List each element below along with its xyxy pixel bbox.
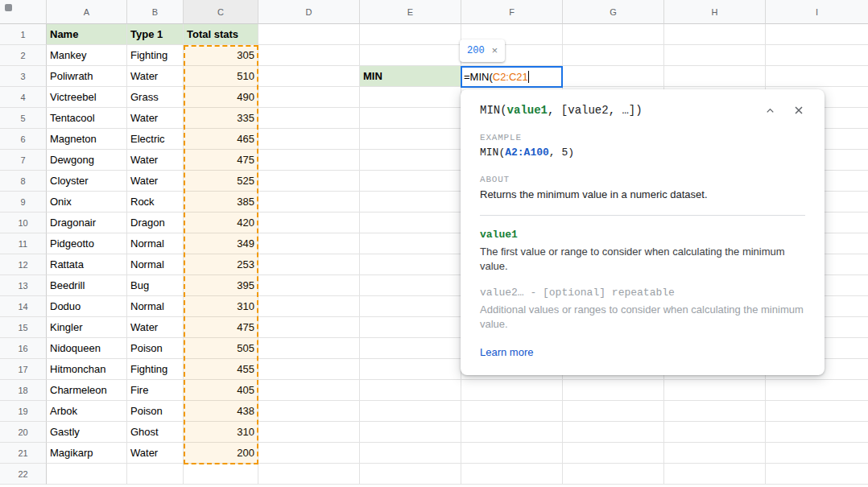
cell-D20[interactable]	[258, 422, 360, 443]
cell-E5[interactable]	[360, 108, 461, 129]
cell-A13[interactable]: Beedrill	[47, 275, 127, 296]
cell-C22[interactable]	[184, 464, 258, 485]
row-header-15[interactable]: 15	[0, 317, 47, 338]
cell-B7[interactable]: Water	[127, 150, 184, 171]
row-header-19[interactable]: 19	[0, 401, 47, 422]
cell-C5[interactable]: 335	[184, 108, 258, 129]
cell-C21[interactable]: 200	[184, 443, 258, 464]
cell-A4[interactable]: Victreebel	[47, 87, 127, 108]
cell-E12[interactable]	[360, 254, 461, 275]
cell-G1[interactable]	[563, 24, 664, 45]
cell-B19[interactable]: Poison	[127, 401, 184, 422]
column-header-I[interactable]: I	[766, 0, 868, 24]
cell-A16[interactable]: Nidoqueen	[47, 338, 127, 359]
cell-A11[interactable]: Pidgeotto	[47, 233, 127, 254]
cell-A3[interactable]: Poliwrath	[47, 66, 127, 87]
cell-F19[interactable]	[461, 401, 563, 422]
cell-H21[interactable]	[664, 443, 766, 464]
cell-B4[interactable]: Grass	[127, 87, 184, 108]
cell-E20[interactable]	[360, 422, 461, 443]
cell-F20[interactable]	[461, 422, 563, 443]
cell-D2[interactable]	[258, 45, 360, 66]
cell-F21[interactable]	[461, 443, 563, 464]
cell-E7[interactable]	[360, 150, 461, 171]
cell-I20[interactable]	[766, 422, 868, 443]
cell-B18[interactable]: Fire	[127, 380, 184, 401]
cell-G20[interactable]	[563, 422, 664, 443]
select-all-corner[interactable]	[0, 0, 47, 24]
cell-E15[interactable]	[360, 317, 461, 338]
cell-E11[interactable]	[360, 233, 461, 254]
cell-I2[interactable]	[766, 45, 868, 66]
column-header-A[interactable]: A	[47, 0, 127, 24]
cell-C6[interactable]: 465	[184, 129, 258, 150]
cell-I1[interactable]	[766, 24, 868, 45]
formula-edit-cell[interactable]: =MIN(C2:C21	[461, 66, 563, 88]
column-header-D[interactable]: D	[258, 0, 360, 24]
column-header-H[interactable]: H	[664, 0, 766, 24]
column-header-E[interactable]: E	[360, 0, 461, 24]
cell-A12[interactable]: Rattata	[47, 254, 127, 275]
cell-B12[interactable]: Normal	[127, 254, 184, 275]
cell-C1[interactable]: Total stats	[184, 24, 258, 45]
cell-E2[interactable]	[360, 45, 461, 66]
cell-F18[interactable]	[461, 380, 563, 401]
row-header-13[interactable]: 13	[0, 275, 47, 296]
cell-I18[interactable]	[766, 380, 868, 401]
cell-A5[interactable]: Tentacool	[47, 108, 127, 129]
row-header-21[interactable]: 21	[0, 443, 47, 464]
cell-C11[interactable]: 349	[184, 233, 258, 254]
cell-C13[interactable]: 395	[184, 275, 258, 296]
cell-B5[interactable]: Water	[127, 108, 184, 129]
cell-C2[interactable]: 305	[184, 45, 258, 66]
cell-E22[interactable]	[360, 464, 461, 485]
cell-D19[interactable]	[258, 401, 360, 422]
cell-E1[interactable]	[360, 24, 461, 45]
cell-H19[interactable]	[664, 401, 766, 422]
cell-I3[interactable]	[766, 66, 868, 87]
cell-E19[interactable]	[360, 401, 461, 422]
cell-G19[interactable]	[563, 401, 664, 422]
cell-D4[interactable]	[258, 87, 360, 108]
cell-A14[interactable]: Doduo	[47, 296, 127, 317]
cell-C18[interactable]: 405	[184, 380, 258, 401]
column-header-B[interactable]: B	[127, 0, 184, 24]
cell-B6[interactable]: Electric	[127, 129, 184, 150]
cell-B10[interactable]: Dragon	[127, 213, 184, 233]
cell-D8[interactable]	[258, 171, 360, 192]
cell-D18[interactable]	[258, 380, 360, 401]
cell-H22[interactable]	[664, 464, 766, 485]
row-header-16[interactable]: 16	[0, 338, 47, 359]
cell-A15[interactable]: Kingler	[47, 317, 127, 338]
cell-C16[interactable]: 505	[184, 338, 258, 359]
cell-E10[interactable]	[360, 213, 461, 233]
row-header-20[interactable]: 20	[0, 422, 47, 443]
cell-B2[interactable]: Fighting	[127, 45, 184, 66]
cell-E21[interactable]	[360, 443, 461, 464]
chip-close-icon[interactable]: ×	[492, 45, 498, 57]
cell-G22[interactable]	[563, 464, 664, 485]
learn-more-link[interactable]: Learn more	[480, 346, 533, 358]
cell-B11[interactable]: Normal	[127, 233, 184, 254]
row-header-22[interactable]: 22	[0, 464, 47, 485]
row-header-7[interactable]: 7	[0, 150, 47, 171]
cell-D14[interactable]	[258, 296, 360, 317]
cell-E13[interactable]	[360, 275, 461, 296]
cell-C9[interactable]: 385	[184, 192, 258, 213]
cell-D12[interactable]	[258, 254, 360, 275]
chevron-up-icon[interactable]	[764, 105, 776, 117]
column-header-C[interactable]: C	[184, 0, 258, 24]
row-header-2[interactable]: 2	[0, 45, 47, 66]
cell-C20[interactable]: 310	[184, 422, 258, 443]
cell-E8[interactable]	[360, 171, 461, 192]
cell-E18[interactable]	[360, 380, 461, 401]
column-header-F[interactable]: F	[461, 0, 563, 24]
row-header-6[interactable]: 6	[0, 129, 47, 150]
cell-A7[interactable]: Dewgong	[47, 150, 127, 171]
row-header-11[interactable]: 11	[0, 233, 47, 254]
cell-E14[interactable]	[360, 296, 461, 317]
row-header-9[interactable]: 9	[0, 192, 47, 213]
row-header-5[interactable]: 5	[0, 108, 47, 129]
cell-C17[interactable]: 455	[184, 359, 258, 380]
cell-D3[interactable]	[258, 66, 360, 87]
